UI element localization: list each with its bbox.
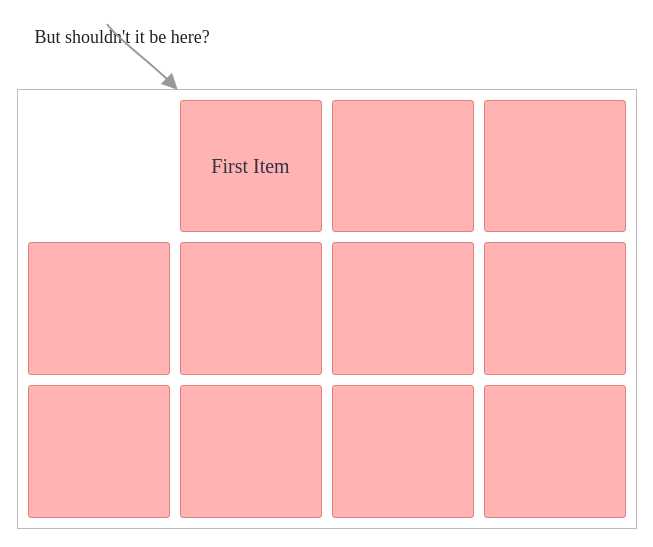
grid-item (28, 242, 170, 375)
grid-container: First Item (17, 89, 637, 529)
grid-item (332, 242, 474, 375)
grid-item (180, 385, 322, 518)
first-item: First Item (180, 100, 322, 233)
grid-item (484, 242, 626, 375)
grid-item (332, 385, 474, 518)
grid-item (28, 385, 170, 518)
grid-item (180, 242, 322, 375)
grid-item (332, 100, 474, 233)
annotation-text: But shouldn't it be here? (35, 27, 210, 48)
grid-item (484, 100, 626, 233)
grid-spacer (28, 100, 170, 233)
page-container: But shouldn't it be here? First Item (17, 19, 637, 529)
annotation-area: But shouldn't it be here? (17, 19, 637, 89)
grid-item (484, 385, 626, 518)
